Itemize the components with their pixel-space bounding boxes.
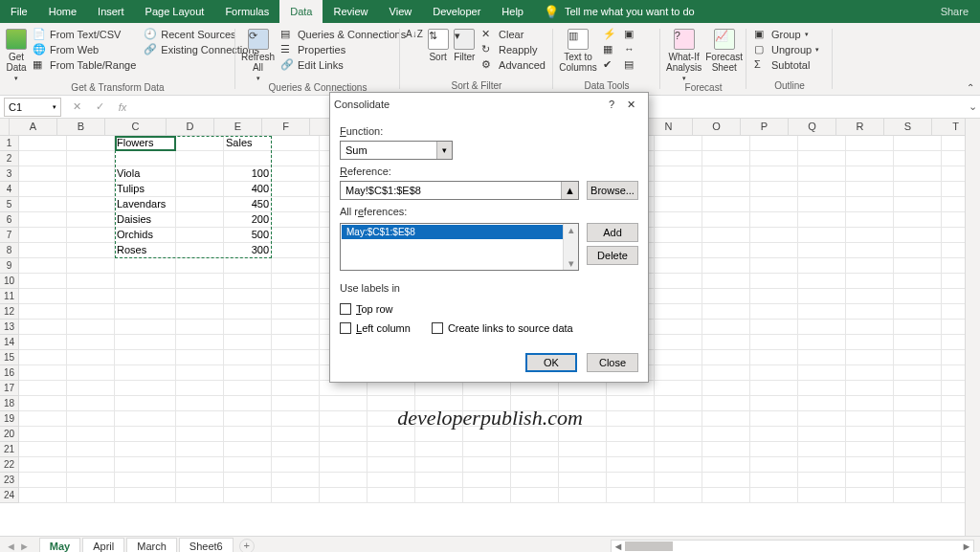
cell[interactable] [798,197,846,212]
get-data-button[interactable]: Get Data ▾ [6,27,27,82]
cell[interactable] [224,457,272,473]
cell[interactable] [750,166,798,182]
cell[interactable] [224,427,272,442]
cell[interactable] [750,182,798,197]
forecast-sheet-button[interactable]: 📈 Forecast Sheet [705,27,743,73]
cell[interactable] [702,335,750,350]
cell[interactable] [368,488,415,503]
cell[interactable] [559,381,607,396]
browse-button[interactable]: Browse... [587,181,638,200]
sheet-tab-march[interactable]: March [126,538,177,553]
cell[interactable] [176,335,224,350]
cell[interactable] [19,335,67,350]
cell[interactable] [559,488,607,503]
cell[interactable] [67,151,115,166]
cell[interactable] [415,381,463,396]
horizontal-scrollbar[interactable]: ◄ ► [611,540,974,553]
cell[interactable] [798,228,846,243]
cell[interactable] [702,228,750,243]
cell[interactable] [798,212,846,228]
cell[interactable] [846,228,894,243]
cell[interactable] [272,396,320,411]
cell[interactable] [415,442,463,457]
reference-input[interactable]: May!$C$1:$E$8 ▲ [340,181,579,200]
cell[interactable] [846,212,894,228]
cell[interactable]: 450 [224,197,272,212]
cell[interactable] [798,488,846,503]
cell[interactable] [115,350,176,365]
cell[interactable] [702,457,750,473]
cell[interactable] [655,289,702,304]
cell[interactable] [894,473,942,488]
cell[interactable] [224,442,272,457]
cell[interactable] [67,289,115,304]
cell[interactable] [750,212,798,228]
cell[interactable] [19,212,67,228]
cell[interactable] [894,289,942,304]
cell[interactable] [750,457,798,473]
tab-data[interactable]: Data [279,0,323,23]
cell[interactable] [702,350,750,365]
tab-page-layout[interactable]: Page Layout [135,0,215,23]
cell[interactable] [67,182,115,197]
add-button[interactable]: Add [587,223,638,242]
sort-az-button[interactable]: A↓Z [406,27,423,39]
cell[interactable] [798,182,846,197]
row-header[interactable]: 2 [0,151,19,166]
cell[interactable] [702,381,750,396]
cell[interactable] [224,396,272,411]
cell[interactable] [798,396,846,411]
cell[interactable] [798,243,846,258]
cell[interactable] [846,320,894,335]
cell[interactable] [655,212,702,228]
cell[interactable] [67,488,115,503]
row-header[interactable]: 5 [0,197,19,212]
cell[interactable] [115,381,176,396]
cell[interactable] [702,411,750,427]
cell[interactable] [368,442,415,457]
cell[interactable] [415,457,463,473]
cell[interactable] [320,457,368,473]
cell[interactable] [176,182,224,197]
cell[interactable] [115,442,176,457]
cell[interactable] [19,289,67,304]
cell[interactable] [19,381,67,396]
cell[interactable]: 500 [224,228,272,243]
cell[interactable] [702,289,750,304]
cell[interactable] [702,166,750,182]
cell[interactable] [115,335,176,350]
cell[interactable] [894,136,942,151]
cell[interactable] [176,228,224,243]
cell[interactable] [19,228,67,243]
row-header[interactable]: 10 [0,274,19,289]
cell[interactable] [272,258,320,274]
cell[interactable] [176,457,224,473]
cell[interactable] [798,442,846,457]
cell[interactable] [272,151,320,166]
col-header[interactable]: N [645,119,693,136]
from-web[interactable]: 🌐From Web [31,42,138,57]
row-header[interactable]: 8 [0,243,19,258]
cell[interactable] [798,365,846,381]
close-button[interactable]: Close [587,353,638,372]
cell[interactable] [798,320,846,335]
select-all[interactable] [0,119,10,136]
cell[interactable] [115,457,176,473]
cell[interactable] [224,350,272,365]
cell[interactable] [655,304,702,320]
cell[interactable] [272,243,320,258]
cell[interactable] [19,197,67,212]
fx-icon[interactable]: fx [111,98,134,117]
row-header[interactable]: 3 [0,166,19,182]
refresh-all-button[interactable]: ⟳ Refresh All ▾ [241,27,275,82]
cell[interactable] [67,243,115,258]
cell[interactable] [846,473,894,488]
cell[interactable] [19,442,67,457]
ungroup-button[interactable]: ▢Ungroup▾ [752,42,821,57]
cell[interactable] [67,427,115,442]
cell[interactable] [176,151,224,166]
enter-formula-icon[interactable]: ✓ [88,98,111,117]
cell[interactable] [894,411,942,427]
cell[interactable] [846,381,894,396]
cell[interactable] [176,243,224,258]
